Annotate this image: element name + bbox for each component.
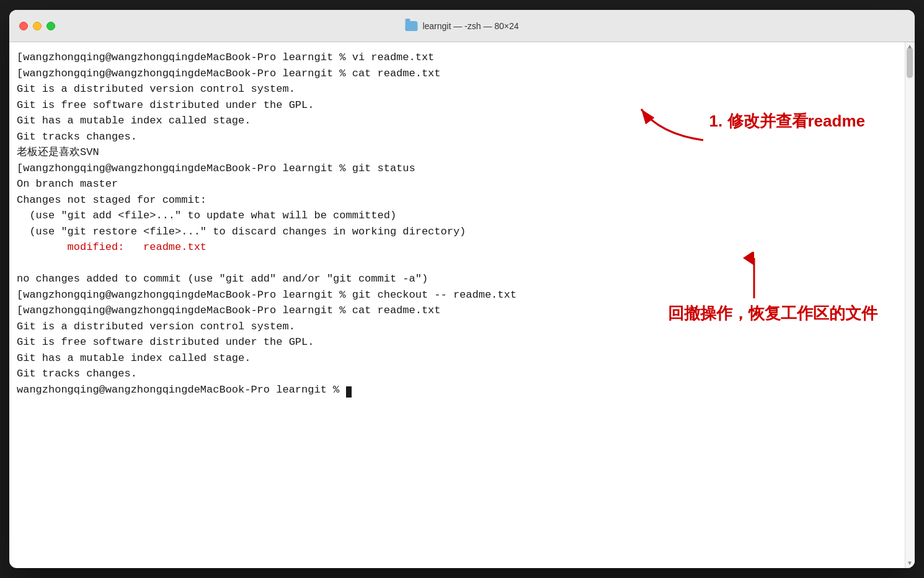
cursor (346, 386, 352, 398)
titlebar: learngit — -zsh — 80×24 (9, 10, 915, 42)
scrollbar[interactable]: ▲ ▼ (905, 42, 915, 568)
terminal-line: [wangzhongqing@wangzhongqingdeMacBook-Pr… (17, 50, 895, 66)
terminal-line: On branch master (17, 176, 895, 192)
minimize-button[interactable] (33, 22, 42, 30)
terminal-line: (use "git restore <file>..." to discard … (17, 224, 895, 240)
terminal-body[interactable]: [wangzhongqing@wangzhongqingdeMacBook-Pr… (9, 42, 915, 405)
scroll-bottom-icon[interactable]: ▼ (907, 560, 913, 567)
terminal-line: Git is a distributed version control sys… (17, 81, 895, 97)
close-button[interactable] (19, 22, 28, 30)
terminal-line: Changes not staged for commit: (17, 192, 895, 208)
terminal-line: (use "git add <file>..." to update what … (17, 208, 895, 224)
folder-icon (405, 21, 417, 31)
annotation-1: 1. 修改并查看readme (709, 109, 865, 133)
terminal-prompt-end: wangzhongqing@wangzhongqingdeMacBook-Pro… (17, 382, 895, 398)
window-title: learngit — -zsh — 80×24 (422, 21, 518, 31)
terminal-line: Git tracks changes. (17, 366, 895, 382)
terminal-line: [wangzhongqing@wangzhongqingdeMacBook-Pr… (17, 66, 895, 82)
terminal-line: Git is free software distributed under t… (17, 334, 895, 350)
scroll-top-icon[interactable]: ▲ (907, 43, 913, 50)
title-area: learngit — -zsh — 80×24 (405, 21, 518, 31)
traffic-lights (19, 22, 55, 30)
arrow-1-icon (635, 103, 709, 146)
arrow-2-icon (735, 252, 773, 301)
scrollbar-thumb[interactable] (907, 47, 913, 78)
terminal-line: 老板还是喜欢SVN (17, 144, 895, 161)
maximize-button[interactable] (47, 22, 55, 30)
terminal-line: Git has a mutable index called stage. (17, 350, 895, 367)
terminal-window: learngit — -zsh — 80×24 [wangzhongqing@w… (9, 10, 915, 568)
terminal-line: [wangzhongqing@wangzhongqingdeMacBook-Pr… (17, 161, 895, 177)
annotation-2: 回撤操作，恢复工作区的文件 (668, 301, 877, 326)
